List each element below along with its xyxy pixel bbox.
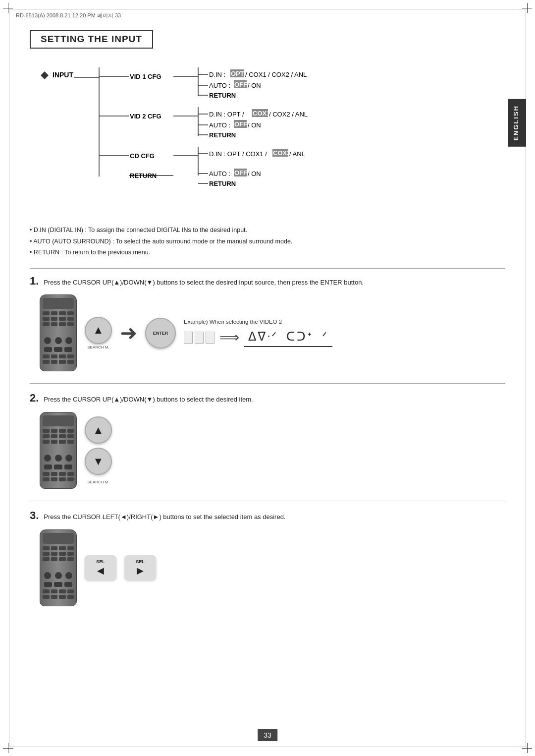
remote-circ-row xyxy=(44,337,72,344)
right-arrow-icon: ▶ xyxy=(137,565,144,576)
remote-cell xyxy=(51,322,58,326)
svg-text:RETURN: RETURN xyxy=(130,172,157,179)
remote-cell xyxy=(59,595,66,599)
remote-cell xyxy=(67,360,74,364)
svg-text:VID 2 CFG: VID 2 CFG xyxy=(130,113,161,120)
remote-cell xyxy=(67,311,74,315)
remote-cell xyxy=(59,317,66,321)
svg-text:AUTO :: AUTO : xyxy=(209,170,230,177)
remote-row xyxy=(43,595,74,599)
svg-text:RETURN: RETURN xyxy=(209,131,236,139)
remote-circ xyxy=(44,455,51,462)
remote-cell xyxy=(43,440,50,444)
remote-cell xyxy=(67,317,74,321)
remote-cell xyxy=(67,322,74,326)
up-arrow-section: ▲ SEARCH M. xyxy=(85,317,112,349)
remote-cell xyxy=(59,472,66,476)
remote-big-btn xyxy=(44,582,52,587)
remote-cell xyxy=(59,557,66,561)
remote-circ xyxy=(44,337,51,344)
remote-row xyxy=(43,472,74,476)
remote-cell xyxy=(59,354,66,358)
remote-circ xyxy=(44,572,51,579)
cursor-left-button[interactable]: SEL ◀ xyxy=(85,555,116,580)
remote-big-btn xyxy=(64,465,72,469)
svg-text:CD  CFG: CD CFG xyxy=(130,152,155,160)
remote-top-panel-3 xyxy=(43,533,74,544)
step-2-header: 2. Press the CURSOR UP(▲)/DOWN(▼) button… xyxy=(30,393,505,405)
updown-section: ▲ ▼ SEARCH M. xyxy=(85,416,112,484)
remote-cell xyxy=(67,477,74,481)
step-3: 3. Press the CURSOR LEFT(◄)/RIGHT(►) but… xyxy=(30,510,505,606)
remote-cell xyxy=(51,595,58,599)
remote-cell xyxy=(43,434,50,438)
small-box xyxy=(195,332,204,344)
sel-right-label: SEL xyxy=(136,559,145,564)
note-3: RETURN : To return to the previous menu. xyxy=(35,247,505,258)
remote-cell xyxy=(59,589,66,593)
svg-marker-0 xyxy=(41,71,49,79)
remote-row xyxy=(43,429,74,433)
remote-row-2 xyxy=(43,317,74,321)
remote-big-row xyxy=(44,347,72,352)
svg-text:D.IN : OPT /: D.IN : OPT / xyxy=(209,111,244,118)
segment-display: ᐃᐁᐧᐟ ᑕᑐᐩ ᐟ xyxy=(244,328,332,347)
remote-row xyxy=(43,440,74,444)
remote-cell xyxy=(43,595,50,599)
remote-cell xyxy=(67,546,74,550)
remote-cell xyxy=(67,472,74,476)
remote-cell xyxy=(43,477,50,481)
svg-text:/ ON: / ON xyxy=(248,82,261,89)
remote-big-btn xyxy=(64,347,72,352)
enter-button[interactable]: ENTER xyxy=(145,318,176,349)
remote-big-btn xyxy=(54,465,62,469)
remote-big-btn xyxy=(44,347,52,352)
note-1: D.IN (DIGITAL IN) : To assign the connec… xyxy=(35,225,505,236)
remote-row xyxy=(43,552,74,556)
remote-circ xyxy=(55,572,62,579)
remote-cell xyxy=(51,317,58,321)
svg-text:COX2: COX2 xyxy=(273,149,290,157)
remote-cell xyxy=(67,557,74,561)
remote-row xyxy=(43,434,74,438)
remote-cell xyxy=(59,434,66,438)
remote-cell xyxy=(67,434,74,438)
svg-text:/ COX2 / ANL: / COX2 / ANL xyxy=(269,111,308,118)
remote-row-4 xyxy=(43,354,74,358)
svg-text:AUTO :: AUTO : xyxy=(209,82,230,89)
remote-row-5 xyxy=(43,360,74,364)
remote-circ xyxy=(55,337,62,344)
remote-cell xyxy=(43,557,50,561)
remote-cell xyxy=(43,322,50,326)
small-display-boxes xyxy=(184,332,214,344)
header-info: RD-6513(A) 2008.8.21 12:20 PM 페이지 33 xyxy=(16,12,121,19)
svg-text:VID 1 CFG: VID 1 CFG xyxy=(130,73,161,80)
remote-cell xyxy=(51,354,58,358)
remote-row xyxy=(43,557,74,561)
remote-cell xyxy=(59,429,66,433)
remote-cell xyxy=(51,360,58,364)
cursor-down-button[interactable]: ▼ xyxy=(85,448,112,475)
left-arrow-icon: ◀ xyxy=(97,565,104,576)
cursor-right-button[interactable]: SEL ▶ xyxy=(124,555,156,580)
remote-big-btn xyxy=(64,582,72,587)
remote-button-rows-3 xyxy=(43,546,74,561)
svg-text:/ ON: / ON xyxy=(248,121,261,129)
svg-text:OFF: OFF xyxy=(234,81,247,88)
main-content: SETTING THE INPUT INPUT VID 1 CFG D.IN :… xyxy=(30,30,505,618)
cursor-up-button-2[interactable]: ▲ xyxy=(85,416,112,444)
remote-cell xyxy=(59,546,66,550)
svg-text:INPUT: INPUT xyxy=(53,71,73,79)
step-2-text: Press the CURSOR UP(▲)/DOWN(▼) buttons t… xyxy=(44,393,253,405)
svg-text:/ ON: / ON xyxy=(248,170,261,177)
remote-cell xyxy=(51,557,58,561)
divider-2 xyxy=(30,383,505,384)
remote-big-btn xyxy=(54,582,62,587)
svg-text:AUTO :: AUTO : xyxy=(209,121,230,129)
cursor-up-button[interactable]: ▲ xyxy=(85,317,112,344)
remote-cell xyxy=(51,546,58,550)
remote-bottom-rows-2 xyxy=(43,472,74,481)
remote-circ xyxy=(55,455,62,462)
remote-top-panel-2 xyxy=(43,415,74,426)
remote-cell xyxy=(51,552,58,556)
